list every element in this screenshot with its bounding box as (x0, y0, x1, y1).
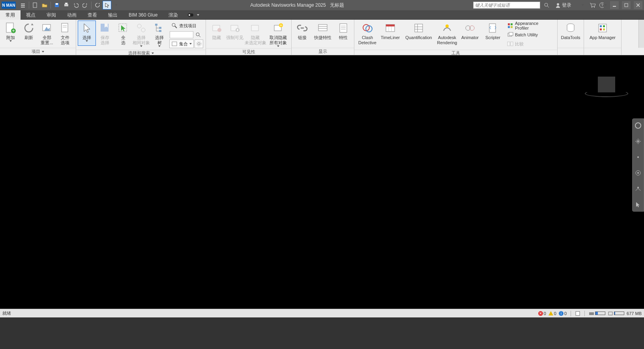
app-manager-button[interactable]: App Manager (586, 21, 620, 46)
svg-point-11 (592, 7, 592, 8)
select-all-button[interactable]: 全 选 (114, 21, 132, 46)
appearance-profiler-button[interactable]: Appearance Profiler (505, 21, 555, 30)
tab-viewpoint[interactable]: 视点 (21, 10, 41, 20)
new-icon[interactable] (31, 1, 39, 9)
file-options-button[interactable]: 文件 选项 (56, 21, 74, 46)
close-button[interactable] (634, 1, 642, 9)
window-title: Autodesk Navisworks Manage 2025 无标题 (121, 2, 473, 9)
animator-button[interactable]: Animator (459, 21, 481, 46)
database-icon (564, 22, 577, 34)
select-nav-icon[interactable] (634, 200, 642, 209)
svg-rect-16 (625, 4, 628, 7)
print-icon[interactable] (62, 1, 71, 9)
qat-menu-icon[interactable] (19, 1, 27, 9)
quick-find-field[interactable] (170, 31, 193, 38)
status-errors[interactable]: ✕0 (538, 311, 546, 316)
timeliner-button[interactable]: TimeLiner (379, 21, 402, 46)
file-options-icon (59, 22, 71, 34)
tab-review[interactable]: 审阅 (41, 10, 62, 20)
reset-all-button[interactable]: 全部 重置... (38, 21, 56, 46)
quantification-button[interactable]: Quantification (402, 21, 436, 46)
timeliner-icon (384, 22, 397, 34)
help-icon[interactable]: ? (599, 1, 607, 9)
refresh-large-icon (22, 22, 35, 34)
zoom-dot-icon[interactable] (634, 153, 642, 161)
selection-tree-button[interactable]: 选择 树 (150, 21, 168, 47)
open-icon[interactable] (40, 1, 49, 9)
ribbon-collapse-handle[interactable] (638, 20, 644, 48)
find-items-button[interactable]: 查找项目 (169, 21, 203, 30)
quick-properties-button[interactable]: 快捷特性 (311, 21, 334, 46)
properties-button[interactable]: 特性 (334, 21, 352, 46)
select-same-button: 选择 相同对象 (132, 21, 150, 47)
tab-output[interactable]: 输出 (103, 10, 123, 20)
tree-icon (153, 22, 166, 34)
minimize-button[interactable] (610, 1, 619, 9)
svg-point-10 (557, 3, 559, 6)
quick-access-toolbar: N MAN (0, 0, 121, 10)
autodesk-rendering-button[interactable]: Autodesk Rendering (436, 21, 459, 46)
svg-point-12 (594, 7, 595, 8)
svg-rect-93 (608, 312, 612, 315)
search-go-icon[interactable] (543, 1, 550, 9)
select-button[interactable]: 选择 (78, 21, 96, 46)
properties-icon (337, 22, 350, 34)
pan-icon[interactable] (634, 137, 642, 146)
tab-home[interactable]: 常用 (0, 10, 21, 20)
cart-icon[interactable] (589, 1, 597, 9)
maximize-button[interactable] (622, 1, 631, 9)
links-button[interactable]: 链接 (293, 21, 311, 46)
quantification-icon (412, 22, 425, 34)
panel-datatools: DataTools (558, 20, 584, 55)
tab-bim360[interactable]: BIM 360 Glue (123, 10, 163, 20)
gear-small-icon (196, 41, 202, 47)
qat-dropdown-icon[interactable] (112, 1, 121, 9)
svg-point-87 (637, 156, 639, 158)
svg-rect-2 (21, 7, 25, 8)
status-info[interactable]: i0 (559, 311, 567, 316)
save-icon[interactable] (52, 1, 61, 9)
batch-utility-button[interactable]: Batch Utility (505, 30, 555, 39)
status-sheet-icon[interactable] (575, 311, 580, 316)
viewport[interactable] (0, 55, 644, 309)
svg-rect-61 (386, 24, 395, 26)
svg-rect-73 (511, 23, 513, 25)
find-icon (171, 23, 178, 29)
status-memory: 677 MB (627, 311, 642, 316)
redo-icon[interactable] (81, 1, 90, 9)
login-button[interactable]: 登录 (553, 2, 586, 9)
app-logo[interactable]: N MAN (2, 2, 16, 9)
undo-icon[interactable] (71, 1, 80, 9)
select-cursor-icon[interactable] (103, 1, 111, 9)
svg-rect-47 (251, 25, 258, 31)
svg-rect-64 (415, 24, 423, 32)
tab-addins-icon[interactable] (183, 10, 203, 20)
orbit-icon[interactable] (634, 169, 642, 177)
quick-find-go-icon[interactable] (195, 32, 201, 38)
tab-render[interactable]: 渲染 (163, 10, 183, 20)
panel-visibility: 隐藏 强制可见 隐藏 未选定对象 取消隐藏 所有对象 可见性 (206, 20, 292, 55)
status-bar: 就绪 ✕0 0 i0 677 MB (0, 309, 644, 317)
nav-wheel-icon[interactable] (634, 121, 642, 130)
sets-extra-button[interactable] (195, 39, 203, 48)
sets-button[interactable]: 集合 (169, 39, 194, 48)
hide-unselected-button: 隐藏 未选定对象 (244, 21, 267, 46)
ribbon-tabs: 常用 视点 审阅 动画 查看 输出 BIM 360 Glue 渲染 (0, 10, 644, 20)
look-icon[interactable] (634, 184, 642, 193)
clash-detective-button[interactable]: Clash Detective (356, 21, 379, 46)
unhide-all-button[interactable]: 取消隐藏 所有对象 (267, 21, 290, 47)
tab-view[interactable]: 查看 (82, 10, 103, 20)
svg-rect-79 (511, 42, 513, 46)
tab-animation[interactable]: 动画 (62, 10, 82, 20)
scripter-icon (487, 22, 499, 34)
refresh-button[interactable]: 刷新 (20, 21, 38, 46)
view-cube[interactable] (585, 77, 628, 104)
scripter-button[interactable]: Scripter (481, 21, 504, 46)
append-button[interactable]: + 附加 (2, 21, 20, 46)
search-input[interactable] (473, 2, 540, 9)
status-warnings[interactable]: 0 (549, 311, 556, 316)
quick-find-input[interactable] (169, 30, 203, 39)
refresh-icon[interactable] (93, 1, 102, 9)
datatools-button[interactable]: DataTools (559, 21, 582, 46)
svg-point-86 (635, 123, 641, 128)
